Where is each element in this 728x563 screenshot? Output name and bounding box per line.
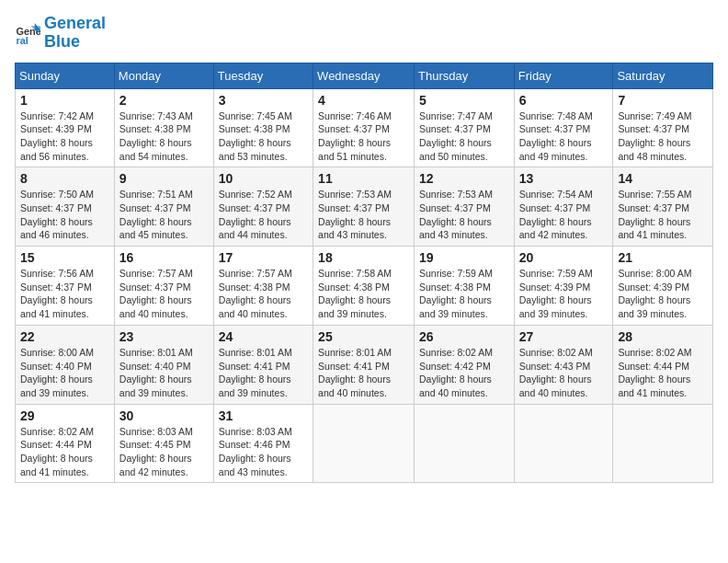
calendar-cell: 15Sunrise: 7:56 AMSunset: 4:37 PMDayligh… <box>16 247 115 326</box>
day-number: 17 <box>219 250 308 265</box>
logo-icon: Gene ral <box>15 20 40 46</box>
calendar-cell: 14Sunrise: 7:55 AMSunset: 4:37 PMDayligh… <box>613 167 713 247</box>
day-info: Sunrise: 8:01 AMSunset: 4:40 PMDaylight:… <box>119 346 209 400</box>
calendar-cell: 4Sunrise: 7:46 AMSunset: 4:37 PMDaylight… <box>313 88 415 167</box>
calendar-cell: 3Sunrise: 7:45 AMSunset: 4:38 PMDaylight… <box>213 88 313 167</box>
weekday-label: Friday <box>514 63 613 88</box>
calendar-cell: 6Sunrise: 7:48 AMSunset: 4:37 PMDaylight… <box>514 88 613 167</box>
day-info: Sunrise: 7:46 AMSunset: 4:37 PMDaylight:… <box>318 109 409 164</box>
calendar-cell: 12Sunrise: 7:53 AMSunset: 4:37 PMDayligh… <box>415 167 515 247</box>
day-number: 29 <box>20 408 109 423</box>
calendar-cell: 30Sunrise: 8:03 AMSunset: 4:45 PMDayligh… <box>114 404 213 483</box>
day-info: Sunrise: 7:43 AMSunset: 4:38 PMDaylight:… <box>119 109 209 164</box>
day-info: Sunrise: 7:48 AMSunset: 4:37 PMDaylight:… <box>519 109 609 164</box>
calendar-week-row: 22Sunrise: 8:00 AMSunset: 4:40 PMDayligh… <box>16 325 713 404</box>
day-number: 12 <box>419 171 509 186</box>
calendar-cell: 5Sunrise: 7:47 AMSunset: 4:37 PMDaylight… <box>415 88 515 167</box>
logo: Gene ral GeneralBlue <box>15 15 106 52</box>
calendar-cell: 8Sunrise: 7:50 AMSunset: 4:37 PMDaylight… <box>16 167 115 247</box>
weekday-label: Wednesday <box>313 63 415 88</box>
day-info: Sunrise: 7:55 AMSunset: 4:37 PMDaylight:… <box>618 188 708 242</box>
day-info: Sunrise: 8:02 AMSunset: 4:44 PMDaylight:… <box>618 346 708 400</box>
day-info: Sunrise: 8:01 AMSunset: 4:41 PMDaylight:… <box>318 346 409 400</box>
day-number: 16 <box>119 250 209 265</box>
calendar-cell: 19Sunrise: 7:59 AMSunset: 4:38 PMDayligh… <box>415 247 515 326</box>
calendar-cell: 23Sunrise: 8:01 AMSunset: 4:40 PMDayligh… <box>114 325 213 404</box>
calendar-cell: 24Sunrise: 8:01 AMSunset: 4:41 PMDayligh… <box>213 325 313 404</box>
day-info: Sunrise: 8:01 AMSunset: 4:41 PMDaylight:… <box>219 346 308 400</box>
day-number: 14 <box>618 171 708 186</box>
calendar-cell: 2Sunrise: 7:43 AMSunset: 4:38 PMDaylight… <box>114 88 213 167</box>
day-info: Sunrise: 7:57 AMSunset: 4:37 PMDaylight:… <box>119 267 209 321</box>
day-number: 26 <box>419 329 509 344</box>
calendar-cell: 22Sunrise: 8:00 AMSunset: 4:40 PMDayligh… <box>16 325 115 404</box>
day-number: 1 <box>20 93 109 108</box>
day-number: 18 <box>318 250 409 265</box>
day-number: 15 <box>20 250 109 265</box>
day-number: 8 <box>20 171 109 186</box>
calendar-cell: 10Sunrise: 7:52 AMSunset: 4:37 PMDayligh… <box>213 167 313 247</box>
calendar-cell: 21Sunrise: 8:00 AMSunset: 4:39 PMDayligh… <box>613 247 713 326</box>
logo-text: GeneralBlue <box>44 15 106 52</box>
day-info: Sunrise: 7:47 AMSunset: 4:37 PMDaylight:… <box>419 109 509 164</box>
day-info: Sunrise: 8:03 AMSunset: 4:45 PMDaylight:… <box>119 425 209 479</box>
calendar-week-row: 1Sunrise: 7:42 AMSunset: 4:39 PMDaylight… <box>16 88 713 167</box>
calendar-cell: 7Sunrise: 7:49 AMSunset: 4:37 PMDaylight… <box>613 88 713 167</box>
day-number: 30 <box>119 408 209 423</box>
calendar-cell: 20Sunrise: 7:59 AMSunset: 4:39 PMDayligh… <box>514 247 613 326</box>
day-info: Sunrise: 7:42 AMSunset: 4:39 PMDaylight:… <box>20 109 109 164</box>
day-number: 25 <box>318 329 409 344</box>
page-header: Gene ral GeneralBlue <box>15 15 713 52</box>
day-info: Sunrise: 7:58 AMSunset: 4:38 PMDaylight:… <box>318 267 409 321</box>
day-number: 24 <box>219 329 308 344</box>
day-info: Sunrise: 7:51 AMSunset: 4:37 PMDaylight:… <box>119 188 209 242</box>
day-info: Sunrise: 7:57 AMSunset: 4:38 PMDaylight:… <box>219 267 308 321</box>
day-number: 20 <box>519 250 609 265</box>
calendar-cell <box>415 404 515 483</box>
day-number: 11 <box>318 171 409 186</box>
day-info: Sunrise: 7:59 AMSunset: 4:39 PMDaylight:… <box>519 267 609 321</box>
day-info: Sunrise: 7:53 AMSunset: 4:37 PMDaylight:… <box>419 188 509 242</box>
day-number: 27 <box>519 329 609 344</box>
calendar-week-row: 29Sunrise: 8:02 AMSunset: 4:44 PMDayligh… <box>16 404 713 483</box>
weekday-label: Thursday <box>415 63 515 88</box>
weekday-label: Sunday <box>16 63 115 88</box>
weekday-label: Monday <box>114 63 213 88</box>
calendar-cell: 11Sunrise: 7:53 AMSunset: 4:37 PMDayligh… <box>313 167 415 247</box>
day-number: 28 <box>618 329 708 344</box>
day-info: Sunrise: 7:54 AMSunset: 4:37 PMDaylight:… <box>519 188 609 242</box>
calendar-week-row: 15Sunrise: 7:56 AMSunset: 4:37 PMDayligh… <box>16 247 713 326</box>
weekday-header-row: SundayMondayTuesdayWednesdayThursdayFrid… <box>16 63 713 88</box>
day-info: Sunrise: 8:02 AMSunset: 4:42 PMDaylight:… <box>419 346 509 400</box>
day-number: 6 <box>519 93 609 108</box>
day-number: 19 <box>419 250 509 265</box>
calendar-week-row: 8Sunrise: 7:50 AMSunset: 4:37 PMDaylight… <box>16 167 713 247</box>
calendar-cell: 28Sunrise: 8:02 AMSunset: 4:44 PMDayligh… <box>613 325 713 404</box>
day-info: Sunrise: 8:03 AMSunset: 4:46 PMDaylight:… <box>219 425 308 479</box>
day-number: 23 <box>119 329 209 344</box>
day-number: 5 <box>419 93 509 108</box>
day-number: 2 <box>119 93 209 108</box>
calendar-cell: 29Sunrise: 8:02 AMSunset: 4:44 PMDayligh… <box>16 404 115 483</box>
day-info: Sunrise: 7:49 AMSunset: 4:37 PMDaylight:… <box>618 109 708 164</box>
calendar-cell: 31Sunrise: 8:03 AMSunset: 4:46 PMDayligh… <box>213 404 313 483</box>
calendar-cell: 27Sunrise: 8:02 AMSunset: 4:43 PMDayligh… <box>514 325 613 404</box>
day-info: Sunrise: 7:50 AMSunset: 4:37 PMDaylight:… <box>20 188 109 242</box>
calendar-cell <box>514 404 613 483</box>
weekday-label: Saturday <box>613 63 713 88</box>
calendar-body: 1Sunrise: 7:42 AMSunset: 4:39 PMDaylight… <box>16 88 713 483</box>
calendar-cell: 16Sunrise: 7:57 AMSunset: 4:37 PMDayligh… <box>114 247 213 326</box>
calendar-cell: 1Sunrise: 7:42 AMSunset: 4:39 PMDaylight… <box>16 88 115 167</box>
svg-text:ral: ral <box>17 34 28 45</box>
day-number: 21 <box>618 250 708 265</box>
calendar-cell: 18Sunrise: 7:58 AMSunset: 4:38 PMDayligh… <box>313 247 415 326</box>
day-info: Sunrise: 8:02 AMSunset: 4:43 PMDaylight:… <box>519 346 609 400</box>
day-number: 31 <box>219 408 308 423</box>
calendar-cell: 25Sunrise: 8:01 AMSunset: 4:41 PMDayligh… <box>313 325 415 404</box>
day-info: Sunrise: 8:00 AMSunset: 4:40 PMDaylight:… <box>20 346 109 400</box>
day-info: Sunrise: 7:52 AMSunset: 4:37 PMDaylight:… <box>219 188 308 242</box>
day-number: 9 <box>119 171 209 186</box>
calendar-cell: 9Sunrise: 7:51 AMSunset: 4:37 PMDaylight… <box>114 167 213 247</box>
day-number: 7 <box>618 93 708 108</box>
weekday-label: Tuesday <box>213 63 313 88</box>
